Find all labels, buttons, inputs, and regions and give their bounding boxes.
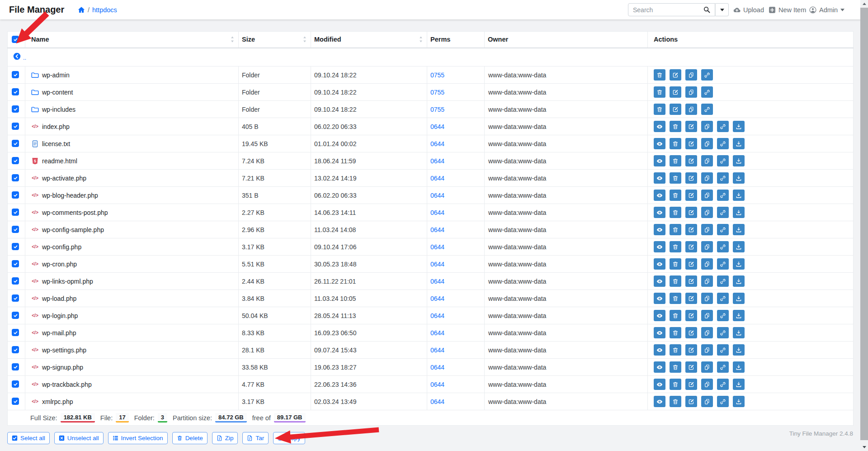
view-action-button[interactable] — [654, 258, 665, 270]
delete-action-button[interactable] — [670, 207, 681, 218]
row-checkbox[interactable] — [12, 140, 19, 147]
link-action-button[interactable] — [717, 224, 729, 235]
copy-action-button[interactable] — [685, 69, 697, 81]
scroll-down-button[interactable] — [860, 443, 868, 451]
row-checkbox[interactable] — [12, 260, 19, 267]
perms-link[interactable]: 0644 — [430, 226, 444, 233]
copy-action-button[interactable] — [701, 379, 713, 390]
link-action-button[interactable] — [717, 241, 729, 252]
view-action-button[interactable] — [654, 190, 665, 201]
link-action-button[interactable] — [717, 344, 729, 356]
delete-action-button[interactable] — [670, 396, 681, 407]
download-action-button[interactable] — [733, 327, 745, 338]
edit-action-button[interactable] — [685, 172, 697, 184]
perms-link[interactable]: 0644 — [430, 347, 444, 354]
link-action-button[interactable] — [717, 207, 729, 218]
link-action-button[interactable] — [717, 121, 729, 132]
delete-action-button[interactable] — [670, 155, 681, 166]
copy-action-button[interactable] — [701, 258, 713, 270]
download-action-button[interactable] — [733, 121, 745, 132]
view-action-button[interactable] — [654, 310, 665, 321]
perms-link[interactable]: 0644 — [430, 140, 444, 147]
delete-action-button[interactable] — [670, 379, 681, 390]
download-action-button[interactable] — [733, 379, 745, 390]
link-action-button[interactable] — [701, 69, 713, 81]
row-checkbox[interactable] — [12, 105, 19, 113]
copy-action-button[interactable] — [701, 121, 713, 132]
perms-link[interactable]: 0755 — [430, 71, 444, 79]
link-action-button[interactable] — [717, 310, 729, 321]
view-action-button[interactable] — [654, 275, 665, 287]
copy-action-button[interactable] — [701, 344, 713, 356]
select-all-button[interactable]: Select all — [7, 432, 50, 444]
column-header-size[interactable]: Size — [239, 32, 311, 48]
link-action-button[interactable] — [701, 104, 713, 115]
link-action-button[interactable] — [717, 258, 729, 270]
delete-action-button[interactable] — [670, 344, 681, 356]
delete-action-button[interactable] — [670, 241, 681, 252]
download-action-button[interactable] — [733, 396, 745, 407]
delete-action-button[interactable] — [670, 310, 681, 321]
sort-icon[interactable] — [231, 36, 234, 43]
breadcrumb-path-link[interactable]: httpdocs — [92, 6, 117, 14]
copy-action-button[interactable] — [701, 310, 713, 321]
delete-action-button[interactable] — [654, 69, 665, 81]
copy-action-button[interactable] — [685, 86, 697, 98]
link-action-button[interactable] — [717, 172, 729, 184]
perms-link[interactable]: 0644 — [430, 192, 444, 199]
edit-action-button[interactable] — [685, 241, 697, 252]
sort-icon[interactable] — [419, 36, 423, 43]
download-action-button[interactable] — [733, 361, 745, 373]
link-action-button[interactable] — [717, 138, 729, 149]
perms-link[interactable]: 0644 — [430, 243, 444, 251]
perms-link[interactable]: 0644 — [430, 175, 444, 182]
admin-menu-button[interactable]: Admin — [809, 0, 844, 19]
copy-action-button[interactable] — [701, 361, 713, 373]
link-action-button[interactable] — [717, 327, 729, 338]
unselect-all-button[interactable]: Unselect all — [54, 432, 104, 444]
tar-button[interactable]: Tar — [242, 432, 269, 444]
view-action-button[interactable] — [654, 207, 665, 218]
parent-directory-link[interactable]: .. — [13, 52, 26, 60]
copy-action-button[interactable] — [701, 327, 713, 338]
view-action-button[interactable] — [654, 241, 665, 252]
row-checkbox[interactable] — [12, 294, 19, 302]
column-header-name[interactable]: Name — [25, 32, 239, 48]
copy-action-button[interactable] — [701, 224, 713, 235]
perms-link[interactable]: 0644 — [430, 157, 444, 165]
row-checkbox[interactable] — [12, 226, 19, 233]
view-action-button[interactable] — [654, 155, 665, 166]
copy-action-button[interactable] — [701, 275, 713, 287]
edit-action-button[interactable] — [685, 224, 697, 235]
view-action-button[interactable] — [654, 172, 665, 184]
perms-link[interactable]: 0644 — [430, 123, 444, 130]
perms-link[interactable]: 0644 — [430, 261, 444, 268]
delete-action-button[interactable] — [654, 86, 665, 98]
perms-link[interactable]: 0644 — [430, 278, 444, 285]
row-checkbox[interactable] — [12, 123, 19, 130]
home-icon[interactable] — [78, 6, 85, 14]
view-action-button[interactable] — [654, 138, 665, 149]
perms-link[interactable]: 0644 — [430, 381, 444, 388]
new-item-button[interactable]: New Item — [769, 0, 806, 19]
perms-link[interactable]: 0755 — [430, 89, 444, 96]
link-action-button[interactable] — [717, 379, 729, 390]
download-action-button[interactable] — [733, 138, 745, 149]
link-action-button[interactable] — [717, 275, 729, 287]
edit-action-button[interactable] — [685, 310, 697, 321]
select-all-checkbox[interactable] — [12, 36, 19, 43]
delete-action-button[interactable] — [670, 172, 681, 184]
link-action-button[interactable] — [717, 293, 729, 304]
upload-button[interactable]: Upload — [733, 0, 764, 19]
copy-action-button[interactable] — [701, 241, 713, 252]
perms-link[interactable]: 0644 — [430, 329, 444, 337]
link-action-button[interactable] — [717, 190, 729, 201]
copy-button[interactable]: Copy — [273, 432, 305, 444]
edit-action-button[interactable] — [670, 86, 681, 98]
download-action-button[interactable] — [733, 275, 745, 287]
download-action-button[interactable] — [733, 344, 745, 356]
edit-action-button[interactable] — [685, 293, 697, 304]
zip-button[interactable]: Zip — [212, 432, 238, 444]
edit-action-button[interactable] — [685, 155, 697, 166]
edit-action-button[interactable] — [685, 327, 697, 338]
